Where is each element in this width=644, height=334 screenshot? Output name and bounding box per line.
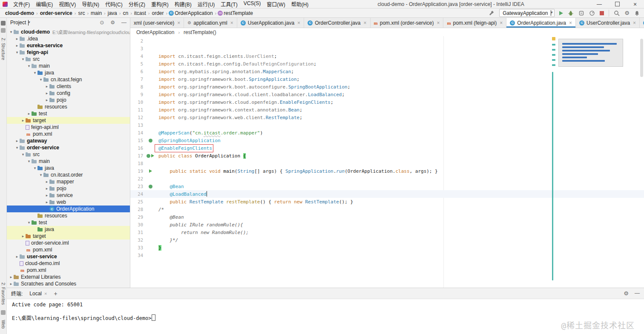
tree-item-eureka-service[interactable]: ▸eureka-service (7, 42, 130, 49)
new-terminal-button[interactable]: + (54, 290, 57, 297)
tree-item-src[interactable]: ▾src (7, 151, 130, 158)
collapse-arrow-icon[interactable]: ▾ (32, 71, 37, 75)
expand-arrow-icon[interactable]: ▸ (26, 111, 32, 116)
tree-item-idea[interactable]: ▸.idea (7, 35, 130, 42)
tree-item-order-service-iml[interactable]: order-service.iml (7, 240, 130, 246)
code-line-14[interactable]: 14@MapperScan("cn.itcast.order.mapper") (130, 129, 644, 137)
tab-userapplication-java[interactable]: CUserApplication.java× (237, 18, 304, 28)
close-tab-icon[interactable]: × (44, 291, 47, 296)
terminal-settings-gear-icon[interactable]: ⚙ (624, 291, 629, 296)
close-tab-icon[interactable]: × (364, 20, 367, 26)
breadcrumb-order-service[interactable]: order-service (39, 10, 73, 16)
expand-arrow-icon[interactable]: ▸ (44, 186, 49, 191)
code-line-8[interactable]: 8import org.springframework.boot.autocon… (130, 83, 644, 91)
error-stripe-mark[interactable] (552, 49, 555, 51)
error-stripe-mark[interactable] (552, 64, 555, 66)
error-stripe-mark[interactable] (552, 72, 553, 280)
code-line-24[interactable]: 24 @LoadBalanced (130, 190, 644, 198)
error-stripe-mark[interactable] (552, 54, 555, 56)
tree-item-user-service[interactable]: ▸user-service (7, 253, 130, 260)
tree-item-pom-xml[interactable]: mpom.xml (7, 246, 130, 253)
close-tab-icon[interactable]: × (177, 20, 180, 26)
menu-运行-u[interactable]: 运行(U) (195, 0, 218, 8)
code-line-29[interactable]: 29 @Bean (130, 213, 644, 221)
code-line-32[interactable]: 32 }*/ (130, 236, 644, 244)
code-line-18[interactable]: 18 (130, 160, 644, 167)
project-tool-icon[interactable] (1, 21, 6, 26)
menu-重构-r[interactable]: 重构(R) (148, 0, 172, 8)
tree-item-resources[interactable]: resources (7, 212, 130, 219)
tree-item-resources[interactable]: resources (7, 103, 130, 110)
tree-item-test[interactable]: ▾test (7, 219, 130, 226)
code-line-16[interactable]: 16@EnableFeignClients (130, 144, 644, 152)
expand-arrow-icon[interactable]: ▸ (44, 91, 49, 95)
commit-tool-icon[interactable] (1, 28, 6, 33)
expand-arrow-icon[interactable]: ▸ (20, 234, 26, 238)
collapse-arrow-icon[interactable]: ▾ (20, 57, 26, 61)
collapse-arrow-icon[interactable]: ▾ (14, 50, 20, 54)
web-tool-button[interactable]: Web (1, 320, 6, 328)
tree-item-cn-itcast-order[interactable]: ▾cn.itcast.order (7, 171, 130, 178)
terminal-tool-icon[interactable] (1, 310, 6, 315)
chevron-down-icon[interactable]: ▾ (28, 20, 29, 26)
tree-item-java[interactable]: ▾java (7, 165, 130, 171)
error-stripe-mark[interactable] (552, 59, 555, 61)
code-editor[interactable]: 234import cn.itcast.feign.clients.UserCl… (130, 36, 644, 288)
terminal-hide-icon[interactable]: — (635, 291, 640, 296)
tree-item-config[interactable]: ▸config (7, 90, 130, 97)
tree-item-java[interactable]: ▾java (7, 69, 130, 76)
locate-file-icon[interactable]: ⊙ (100, 20, 104, 26)
close-tab-icon[interactable]: × (633, 20, 636, 26)
tree-item-target[interactable]: ▸target (7, 117, 130, 124)
bean-gutter-icon[interactable] (149, 139, 152, 143)
error-stripe-mark[interactable] (552, 44, 555, 46)
collapse-arrow-icon[interactable]: ▾ (26, 220, 32, 225)
code-line-22[interactable]: 22 (130, 175, 644, 183)
tree-item-feign-api-iml[interactable]: feign-api.iml (7, 124, 130, 131)
expand-arrow-icon[interactable]: ▸ (44, 193, 49, 197)
editor-breadcrumb-resttemplate[interactable]: restTemplate() (183, 29, 217, 35)
code-line-6[interactable]: 6import org.mybatis.spring.annotation.Ma… (130, 68, 644, 75)
tree-item-java[interactable]: java (7, 226, 130, 233)
code-line-7[interactable]: 7import org.springframework.boot.SpringA… (130, 75, 644, 83)
tab-pom-xml-order-service[interactable]: mpom.xml (order-service)× (371, 18, 444, 28)
expand-arrow-icon[interactable]: ▸ (14, 254, 20, 259)
menu-vcs-s[interactable]: VCS(S) (241, 0, 264, 8)
menu-代码-c[interactable]: 代码(C) (102, 0, 126, 8)
code-line-19[interactable]: 19 public static void main(String[] args… (130, 167, 644, 175)
breadcrumb-main[interactable]: main (90, 10, 103, 16)
tree-item-pom-xml[interactable]: mpom.xml (7, 267, 130, 274)
tab-pom-xml-feign-api[interactable]: mpom.xml (feign-api)× (443, 18, 506, 28)
run-gutter-icon[interactable] (149, 169, 152, 173)
code-line-17[interactable]: 17public class OrderApplication { (130, 152, 644, 160)
code-line-31[interactable]: 31 return new RandomRule(); (130, 228, 644, 236)
minimize-button[interactable]: — (590, 0, 608, 9)
run-configuration-select[interactable]: GatewayApplication ▾ (499, 9, 555, 17)
tree-item-pom-xml[interactable]: mpom.xml (7, 131, 130, 137)
error-stripe-mark[interactable] (552, 37, 555, 40)
menu-导航-n[interactable]: 导航(N) (79, 0, 102, 8)
debug-bug-icon[interactable] (568, 10, 574, 16)
favorites-tool-button[interactable]: 2: Favorites (1, 283, 6, 305)
tree-item-src[interactable]: ▾src (7, 56, 130, 63)
tree-item-service[interactable]: ▸service (7, 192, 130, 199)
menu-分析-z[interactable]: 分析(Z) (126, 0, 148, 8)
collapse-arrow-icon[interactable]: ▾ (38, 173, 43, 177)
tree-item-clients[interactable]: ▸clients (7, 83, 130, 90)
expand-arrow-icon[interactable]: ▸ (20, 118, 26, 123)
tree-item-scratches-and-consoles[interactable]: ▸Scratches and Consoles (7, 280, 130, 287)
breadcrumb-cloud-demo[interactable]: cloud-demo (4, 10, 35, 16)
expand-arrow-icon[interactable]: ▸ (44, 180, 49, 184)
code-line-28[interactable]: 28/* (130, 206, 644, 213)
expand-arrow-icon[interactable]: ▸ (14, 43, 20, 48)
tree-item-orderapplication[interactable]: COrderApplication (7, 206, 130, 212)
collapse-arrow-icon[interactable]: ▾ (32, 166, 37, 170)
terminal-tab-local[interactable]: Local × (27, 288, 49, 299)
expand-arrow-icon[interactable]: ▸ (14, 37, 20, 41)
code-line-34[interactable]: 34 (130, 251, 644, 259)
close-tab-icon[interactable]: × (437, 20, 440, 26)
code-line-11[interactable]: 11import org.springframework.context.ann… (130, 106, 644, 114)
project-panel-title[interactable]: Project (10, 20, 26, 26)
breadcrumb-order[interactable]: order (151, 10, 164, 16)
tree-item-main[interactable]: ▾main (7, 63, 130, 69)
